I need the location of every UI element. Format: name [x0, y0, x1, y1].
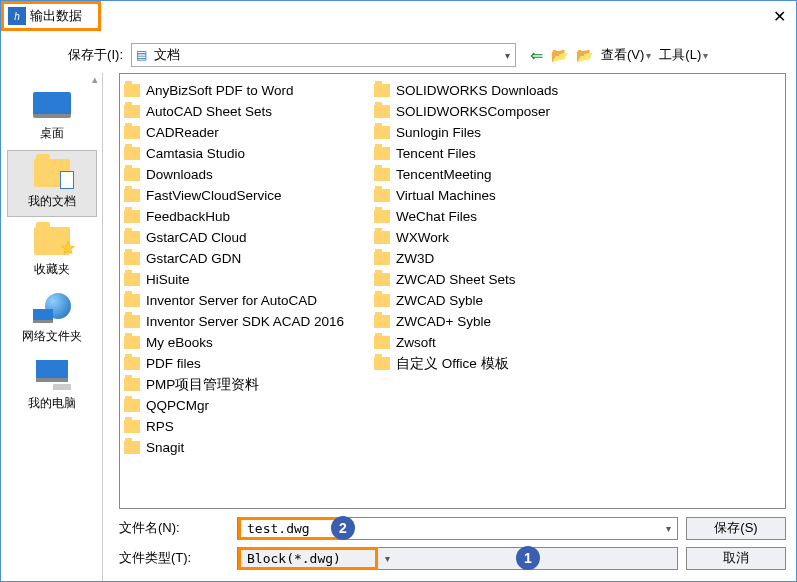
place-mydocs[interactable]: 我的文档 [7, 150, 97, 217]
folder-entry[interactable]: RPS [124, 416, 344, 437]
titlebar-highlight: h 输出数据 [1, 1, 101, 31]
folder-entry[interactable]: HiSuite [124, 269, 344, 290]
network-icon [33, 293, 71, 323]
folder-entry[interactable]: ZWCAD+ Syble [374, 311, 558, 332]
place-mydocs-label: 我的文档 [28, 193, 76, 210]
folder-icon [374, 336, 390, 349]
save-dialog-window: h 输出数据 ✕ 保存于(I): ▤ 文档 ▾ ⇐ 📂 📂 查看(V)▾ 工具(… [0, 0, 797, 582]
new-folder-icon[interactable]: 📂 [576, 47, 593, 63]
folder-entry[interactable]: 自定义 Office 模板 [374, 353, 558, 374]
folder-name: 自定义 Office 模板 [396, 355, 509, 373]
folder-icon [374, 315, 390, 328]
folder-icon [374, 294, 390, 307]
filename-label: 文件名(N): [119, 519, 209, 537]
folder-icon [374, 231, 390, 244]
folder-name: PDF files [146, 356, 201, 371]
mydocs-icon [34, 159, 70, 187]
folder-entry[interactable]: Camtasia Studio [124, 143, 344, 164]
folder-entry[interactable]: Sunlogin Files [374, 122, 558, 143]
folder-icon [124, 126, 140, 139]
folder-icon [124, 105, 140, 118]
folder-name: SOLIDWORKS Downloads [396, 83, 558, 98]
folder-entry[interactable]: WeChat Files [374, 206, 558, 227]
folder-icon [124, 441, 140, 454]
folder-name: Inventor Server for AutoCAD [146, 293, 317, 308]
folder-entry[interactable]: SOLIDWORKSComposer [374, 101, 558, 122]
folder-entry[interactable]: FastViewCloudService [124, 185, 344, 206]
folder-entry[interactable]: My eBooks [124, 332, 344, 353]
folder-name: Virtual Machines [396, 188, 496, 203]
folder-icon [374, 126, 390, 139]
chevron-down-icon[interactable]: ▾ [378, 553, 396, 564]
folder-entry[interactable]: FeedbackHub [124, 206, 344, 227]
folder-icon [124, 231, 140, 244]
folder-name: HiSuite [146, 272, 190, 287]
folder-entry[interactable]: SOLIDWORKS Downloads [374, 80, 558, 101]
folder-name: QQPCMgr [146, 398, 209, 413]
folder-icon [374, 105, 390, 118]
folder-entry[interactable]: ZW3D [374, 248, 558, 269]
main-area: AnyBizSoft PDF to WordAutoCAD Sheet Sets… [103, 73, 796, 581]
place-mycomputer[interactable]: 我的电脑 [7, 353, 97, 418]
folder-icon [124, 189, 140, 202]
folder-entry[interactable]: ZWCAD Syble [374, 290, 558, 311]
folder-entry[interactable]: TencentMeeting [374, 164, 558, 185]
folder-name: GstarCAD GDN [146, 251, 241, 266]
folder-name: GstarCAD Cloud [146, 230, 247, 245]
view-menu[interactable]: 查看(V)▾ [601, 46, 651, 64]
place-network-label: 网络文件夹 [22, 328, 82, 345]
folder-icon [124, 294, 140, 307]
folder-name: ZW3D [396, 251, 434, 266]
folder-entry[interactable]: AnyBizSoft PDF to Word [124, 80, 344, 101]
folder-entry[interactable]: Snagit [124, 437, 344, 458]
folder-entry[interactable]: Zwsoft [374, 332, 558, 353]
filetype-value: Block(*.dwg) [247, 551, 341, 566]
folder-name: Camtasia Studio [146, 146, 245, 161]
titlebar: h 输出数据 ✕ [1, 1, 796, 31]
folder-entry[interactable]: QQPCMgr [124, 395, 344, 416]
folder-entry[interactable]: Virtual Machines [374, 185, 558, 206]
folder-name: ZWCAD Syble [396, 293, 483, 308]
folder-entry[interactable]: Inventor Server for AutoCAD [124, 290, 344, 311]
cancel-button[interactable]: 取消 [686, 547, 786, 570]
save-button[interactable]: 保存(S) [686, 517, 786, 540]
tools-menu[interactable]: 工具(L)▾ [659, 46, 708, 64]
place-network[interactable]: 网络文件夹 [7, 286, 97, 351]
folder-name: Zwsoft [396, 335, 436, 350]
filename-input[interactable]: test.dwg ▾ [237, 517, 678, 540]
folder-icon [124, 357, 140, 370]
folder-entry[interactable]: PMP项目管理资料 [124, 374, 344, 395]
folder-entry[interactable]: AutoCAD Sheet Sets [124, 101, 344, 122]
folder-icon [374, 357, 390, 370]
folder-entry[interactable]: ZWCAD Sheet Sets [374, 269, 558, 290]
folder-up-icon[interactable]: 📂 [551, 47, 568, 63]
folder-entry[interactable]: WXWork [374, 227, 558, 248]
folder-icon [124, 315, 140, 328]
save-in-dropdown[interactable]: ▤ 文档 ▾ [131, 43, 516, 67]
folder-entry[interactable]: Inventor Server SDK ACAD 2016 [124, 311, 344, 332]
folder-icon [374, 168, 390, 181]
folder-name: My eBooks [146, 335, 213, 350]
close-icon[interactable]: ✕ [773, 7, 786, 26]
filetype-dropdown[interactable]: Block(*.dwg) ▾ [237, 547, 678, 570]
folder-entry[interactable]: PDF files [124, 353, 344, 374]
window-title: 输出数据 [30, 7, 82, 25]
chevron-down-icon[interactable]: ▾ [659, 523, 677, 534]
place-desktop[interactable]: 桌面 [7, 83, 97, 148]
file-column-1: AnyBizSoft PDF to WordAutoCAD Sheet Sets… [124, 80, 344, 458]
folder-entry[interactable]: GstarCAD Cloud [124, 227, 344, 248]
folder-name: AutoCAD Sheet Sets [146, 104, 272, 119]
folder-name: Snagit [146, 440, 184, 455]
folder-entry[interactable]: CADReader [124, 122, 344, 143]
folder-name: Sunlogin Files [396, 125, 481, 140]
folder-name: AnyBizSoft PDF to Word [146, 83, 294, 98]
folder-entry[interactable]: Downloads [124, 164, 344, 185]
folder-entry[interactable]: Tencent Files [374, 143, 558, 164]
file-list[interactable]: AnyBizSoft PDF to WordAutoCAD Sheet Sets… [119, 73, 786, 509]
back-icon[interactable]: ⇐ [530, 46, 543, 65]
folder-name: WXWork [396, 230, 449, 245]
place-favorites[interactable]: ★ 收藏夹 [7, 219, 97, 284]
filename-value: test.dwg [247, 521, 310, 536]
folder-entry[interactable]: GstarCAD GDN [124, 248, 344, 269]
scroll-up-icon[interactable]: ▴ [88, 73, 102, 86]
